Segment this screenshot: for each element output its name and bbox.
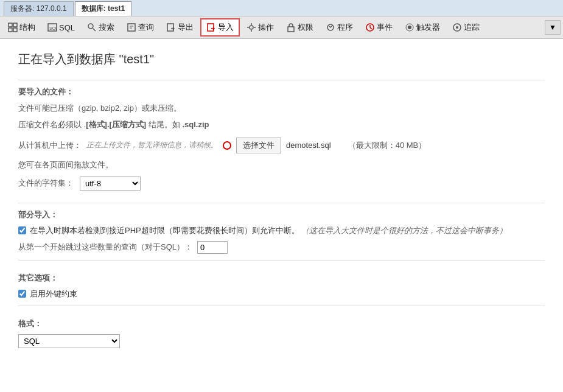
svg-rect-1 xyxy=(13,23,17,27)
charset-label: 文件的字符集： xyxy=(18,178,74,189)
section-divider-4 xyxy=(18,306,545,306)
search-icon xyxy=(87,23,97,32)
svg-rect-3 xyxy=(13,28,17,32)
procs-icon xyxy=(326,23,335,32)
svg-line-24 xyxy=(370,27,372,29)
sql-icon: SQL xyxy=(47,23,57,32)
format-select[interactable]: SQL CSV CSV using LOAD DATA JSON XML xyxy=(18,334,120,348)
svg-rect-13 xyxy=(208,24,214,31)
format-ext: [格式].[压缩方式] xyxy=(86,120,146,129)
upload-spinner xyxy=(223,141,231,150)
svg-rect-11 xyxy=(167,24,173,31)
query-icon xyxy=(127,23,136,32)
file-section-label: 要导入的文件： xyxy=(18,86,545,97)
perms-icon xyxy=(286,23,296,32)
partial-section-title: 部分导入： xyxy=(18,209,545,220)
upload-status: 正在上传文件，暂无详细信息，请稍候。 xyxy=(86,140,218,150)
structure-icon xyxy=(8,23,18,32)
svg-rect-20 xyxy=(288,27,294,32)
section-divider-1 xyxy=(18,80,545,80)
compress-info-1: 文件可能已压缩（gzip, bzip2, zip）或未压缩。 xyxy=(18,102,545,115)
toolbar-procs-btn[interactable]: 程序 xyxy=(320,19,358,36)
svg-rect-0 xyxy=(9,23,12,27)
export-icon xyxy=(166,23,176,32)
toolbar-triggers-btn[interactable]: 触发器 xyxy=(399,19,446,36)
example-ext: .sql.zip xyxy=(182,120,209,129)
file-name-display: demotest.sql xyxy=(286,141,331,150)
svg-text:SQL: SQL xyxy=(49,26,57,31)
svg-line-7 xyxy=(93,29,96,32)
toolbar-events-btn[interactable]: 事件 xyxy=(360,19,398,36)
toolbar-import-btn[interactable]: 导入 xyxy=(200,18,240,37)
upload-row: 从计算机中上传： 正在上传文件，暂无详细信息，请稍候。 选择文件 demotes… xyxy=(18,138,545,153)
other-section-title: 其它选项： xyxy=(18,273,545,284)
foreign-key-label[interactable]: 启用外键约束 xyxy=(30,289,77,299)
foreign-key-checkbox[interactable] xyxy=(18,290,26,298)
toolbar-more-btn[interactable]: ▼ xyxy=(545,20,561,35)
partial-checkbox-row: 在导入时脚本若检测到接近PHP超时限（即需要花费很长时间）则允许中断。 （这在导… xyxy=(18,225,545,236)
skip-input[interactable] xyxy=(197,241,228,254)
svg-point-15 xyxy=(250,26,253,29)
partial-checkbox-label[interactable]: 在导入时脚本若检测到接近PHP超时限（即需要花费很长时间）则允许中断。 （这在导… xyxy=(30,225,507,236)
other-section: 其它选项： 启用外键约束 xyxy=(18,273,545,299)
foreign-key-row: 启用外键约束 xyxy=(18,289,545,299)
toolbar-search-btn[interactable]: 搜索 xyxy=(82,19,120,36)
import-icon xyxy=(206,23,216,32)
toolbar: 结构 SQL SQL 搜索 查询 导出 导入 操作 权限 程序 事件 触发器 xyxy=(0,16,563,39)
tab-server[interactable]: 服务器: 127.0.0.1 xyxy=(4,1,74,16)
events-icon xyxy=(365,23,375,32)
choose-file-button[interactable]: 选择文件 xyxy=(236,138,281,153)
section-divider-2 xyxy=(18,203,545,203)
partial-section: 部分导入： 在导入时脚本若检测到接近PHP超时限（即需要花费很长时间）则允许中断… xyxy=(18,209,545,254)
toolbar-export-btn[interactable]: 导出 xyxy=(161,19,199,36)
svg-rect-8 xyxy=(128,24,135,31)
toolbar-query-btn[interactable]: 查询 xyxy=(121,19,159,36)
format-section-title: 格式： xyxy=(18,318,545,329)
svg-point-25 xyxy=(408,26,411,29)
toolbar-sql-btn[interactable]: SQL SQL xyxy=(42,19,80,35)
skip-row: 从第一个开始跳过这些数量的查询（对于SQL）： xyxy=(18,241,545,254)
drag-hint: 您可在各页面间拖放文件。 xyxy=(18,159,545,170)
compress-info-2: 压缩文件名必须以 .[格式].[压缩方式] 结尾。如 .sql.zip xyxy=(18,119,545,131)
charset-select[interactable]: utf-8 gbk gb2312 latin1 utf8mb4 xyxy=(80,177,141,191)
page-title: 正在导入到数据库 "test1" xyxy=(18,51,545,68)
file-size-limit: （最大限制：40 MB） xyxy=(348,140,427,151)
ops-icon xyxy=(247,23,256,32)
partial-checkbox-note: （这在导入大文件时是个很好的方法，不过这会中断事务） xyxy=(301,226,507,235)
svg-point-6 xyxy=(88,24,93,29)
section-divider-3 xyxy=(18,260,545,261)
track-icon xyxy=(452,23,462,32)
format-section: 格式： SQL CSV CSV using LOAD DATA JSON XML xyxy=(18,318,545,348)
triggers-icon xyxy=(405,23,414,32)
toolbar-perms-btn[interactable]: 权限 xyxy=(281,19,319,36)
skip-label: 从第一个开始跳过这些数量的查询（对于SQL）： xyxy=(18,242,192,253)
svg-point-28 xyxy=(456,26,458,29)
main-content: 正在导入到数据库 "test1" 要导入的文件： 文件可能已压缩（gzip, b… xyxy=(0,39,563,392)
partial-checkbox[interactable] xyxy=(18,226,26,234)
charset-row: 文件的字符集： utf-8 gbk gb2312 latin1 utf8mb4 xyxy=(18,177,545,191)
toolbar-track-btn[interactable]: 追踪 xyxy=(447,19,485,36)
toolbar-structure-btn[interactable]: 结构 xyxy=(2,19,41,36)
tab-database[interactable]: 数据库: test1 xyxy=(75,1,131,16)
upload-label: 从计算机中上传： xyxy=(18,140,82,151)
tab-bar: 服务器: 127.0.0.1 数据库: test1 xyxy=(0,0,563,16)
svg-rect-2 xyxy=(9,28,12,32)
toolbar-ops-btn[interactable]: 操作 xyxy=(241,19,279,36)
